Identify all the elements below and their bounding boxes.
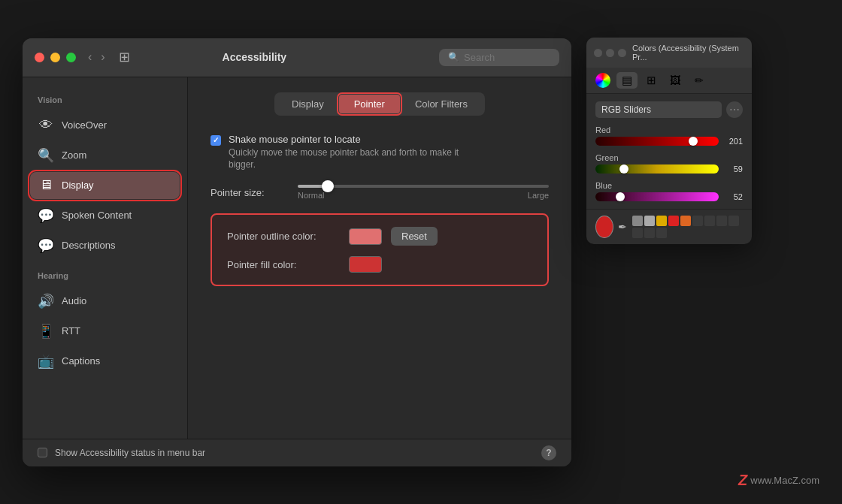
- color-wheel-tab[interactable]: [592, 72, 613, 89]
- swatch-empty5[interactable]: [632, 228, 643, 238]
- green-channel-slider-row: 59: [595, 164, 743, 174]
- sidebar-section-hearing: Hearing: [30, 268, 180, 285]
- red-channel-slider-row: 201: [595, 137, 743, 146]
- blue-channel-slider-row: 52: [595, 192, 743, 201]
- color-section: Pointer outline color: Reset Pointer fil…: [210, 213, 549, 286]
- color-swatches-section: ✒: [586, 209, 752, 244]
- color-spectrum-tab[interactable]: 🖼: [665, 72, 686, 89]
- sliders-icon: ▤: [622, 74, 632, 87]
- minimize-button[interactable]: [50, 53, 60, 62]
- rgb-mode-dropdown[interactable]: RGB Sliders: [595, 101, 722, 118]
- sidebar-item-rtt-label: RTT: [62, 325, 80, 337]
- shake-title: Shake mouse pointer to locate: [229, 134, 484, 145]
- green-channel-value: 59: [723, 164, 743, 174]
- close-button[interactable]: [35, 53, 44, 62]
- blue-channel-slider[interactable]: [595, 192, 719, 201]
- swatch-gray1[interactable]: [632, 216, 643, 226]
- sidebar-item-audio[interactable]: 🔊 Audio: [30, 288, 180, 315]
- fill-color-swatch[interactable]: [349, 256, 382, 273]
- sidebar-item-voiceover-label: VoiceOver: [62, 119, 107, 131]
- watermark-url: www.MacZ.com: [750, 475, 819, 486]
- tab-color-filters[interactable]: Color Filters: [400, 95, 483, 113]
- sidebar-section-vision: Vision: [30, 92, 180, 109]
- green-channel-row: Green 59: [595, 153, 743, 174]
- slider-label-large: Large: [528, 191, 549, 200]
- sidebar-item-zoom[interactable]: 🔍 Zoom: [30, 142, 180, 169]
- swatch-red1[interactable]: [668, 216, 679, 226]
- swatch-empty3[interactable]: [716, 216, 727, 226]
- pointer-size-slider-container: Normal Large: [298, 185, 549, 200]
- pencil-icon: ✏: [695, 74, 704, 86]
- swatches-row: ✒: [595, 216, 743, 238]
- rtt-icon: 📱: [38, 323, 54, 340]
- zoom-icon: 🔍: [38, 147, 54, 164]
- green-channel-slider[interactable]: [595, 164, 719, 174]
- swatch-empty4[interactable]: [728, 216, 739, 226]
- maximize-button[interactable]: [66, 53, 76, 62]
- colors-minimize-button[interactable]: [606, 49, 614, 57]
- footer-checkbox[interactable]: [38, 448, 47, 457]
- search-input[interactable]: [464, 52, 547, 63]
- eyedropper-button[interactable]: ✒: [616, 219, 629, 235]
- search-bar[interactable]: 🔍: [439, 49, 559, 66]
- swatch-empty2[interactable]: [704, 216, 715, 226]
- footer-label: Show Accessibility status in menu bar: [55, 448, 534, 458]
- sidebar-item-display-label: Display: [62, 180, 94, 191]
- reset-button[interactable]: Reset: [391, 227, 438, 246]
- color-pencil-tab[interactable]: ✏: [689, 72, 710, 89]
- sidebar-item-display[interactable]: 🖥 Display: [30, 172, 180, 199]
- red-channel-label: Red: [595, 125, 743, 134]
- colors-maximize-button[interactable]: [618, 49, 626, 57]
- sidebar-item-spoken-content[interactable]: 💬 Spoken Content: [30, 202, 180, 229]
- color-sliders-tab[interactable]: ▤: [616, 72, 638, 89]
- traffic-lights: [35, 53, 76, 62]
- pointer-size-row: Pointer size: Normal Large: [210, 185, 549, 200]
- watermark-letter: Z: [738, 472, 747, 489]
- descriptions-icon: 💬: [38, 237, 54, 254]
- slider-labels: Normal Large: [298, 191, 549, 200]
- shake-text: Shake mouse pointer to locate Quickly mo…: [229, 134, 484, 172]
- window-title: Accessibility: [79, 51, 430, 63]
- window-footer: Show Accessibility status in menu bar ?: [23, 439, 571, 466]
- shake-description: Quickly move the mouse pointer back and …: [229, 146, 484, 172]
- swatch-yellow1[interactable]: [656, 216, 667, 226]
- pointer-content: ✓ Shake mouse pointer to locate Quickly …: [210, 134, 549, 287]
- active-color-swatch[interactable]: [595, 216, 613, 238]
- shake-option: ✓ Shake mouse pointer to locate Quickly …: [210, 134, 549, 172]
- sidebar-item-captions[interactable]: 📺 Captions: [30, 348, 180, 375]
- red-channel-slider[interactable]: [595, 137, 719, 146]
- sidebar-item-rtt[interactable]: 📱 RTT: [30, 318, 180, 345]
- content-area: Vision 👁 VoiceOver 🔍 Zoom 🖥 Display 💬 Sp…: [23, 77, 571, 439]
- pointer-size-label: Pointer size:: [210, 187, 286, 198]
- shake-checkbox[interactable]: ✓: [210, 135, 221, 146]
- colors-title-bar: Colors (Accessibility (System Pr...: [586, 38, 752, 68]
- outline-color-swatch[interactable]: [349, 228, 382, 245]
- pointer-size-slider[interactable]: [298, 185, 549, 188]
- swatch-gray2[interactable]: [644, 216, 655, 226]
- rgb-slider-section: RGB Sliders ⋯ Red 201 Green 59: [586, 94, 752, 209]
- spectrum-icon: 🖼: [670, 74, 680, 86]
- swatch-empty6[interactable]: [644, 228, 655, 238]
- tab-pointer[interactable]: Pointer: [339, 95, 400, 113]
- blue-channel-label: Blue: [595, 181, 743, 190]
- swatch-orange1[interactable]: [680, 216, 691, 226]
- color-grid-tab[interactable]: ⊞: [641, 72, 662, 89]
- rgb-more-button[interactable]: ⋯: [726, 101, 743, 118]
- sidebar-item-voiceover[interactable]: 👁 VoiceOver: [30, 112, 180, 139]
- blue-channel-row: Blue 52: [595, 181, 743, 201]
- help-button[interactable]: ?: [541, 445, 556, 460]
- display-icon: 🖥: [38, 177, 54, 194]
- green-channel-label: Green: [595, 153, 743, 162]
- search-icon: 🔍: [448, 52, 459, 62]
- blue-channel-value: 52: [723, 192, 743, 201]
- swatch-empty1[interactable]: [692, 216, 703, 226]
- swatch-empty7[interactable]: [656, 228, 667, 238]
- accessibility-window: ‹ › ⊞ Accessibility 🔍 Vision 👁 VoiceOver…: [23, 38, 571, 466]
- tab-display[interactable]: Display: [277, 95, 339, 113]
- colors-close-button[interactable]: [594, 49, 602, 57]
- voiceover-icon: 👁: [38, 117, 54, 134]
- rgb-dropdown-row: RGB Sliders ⋯: [595, 101, 743, 118]
- sidebar-item-zoom-label: Zoom: [62, 149, 86, 161]
- sidebar-item-descriptions-label: Descriptions: [62, 240, 116, 251]
- sidebar-item-descriptions[interactable]: 💬 Descriptions: [30, 232, 180, 259]
